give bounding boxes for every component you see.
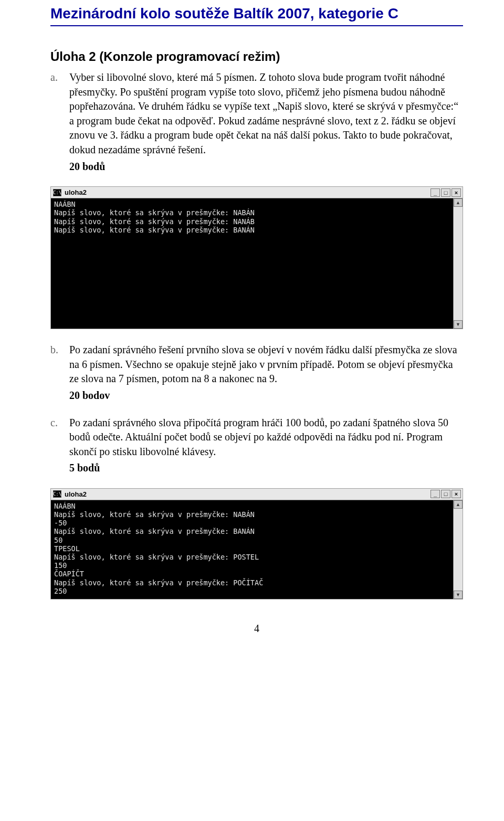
scroll-up-button[interactable]: ▲	[454, 500, 463, 509]
item-letter: c.	[50, 416, 69, 478]
close-button[interactable]: ×	[452, 490, 461, 498]
console-body: NAÁBN Napíš slovo, ktoré sa skrýva v pre…	[51, 198, 463, 329]
item-text: Po zadaní správného řešení prvního slova…	[69, 343, 463, 386]
console-body: NAÁBN Napíš slovo, ktoré sa skrýva v pre…	[51, 500, 463, 599]
task-item-a: a. Vyber si libovolné slovo, které má 5 …	[50, 70, 463, 176]
item-points: 5 bodů	[69, 461, 463, 476]
console-titlebar: C:\ uloha2 _ □ ×	[51, 489, 463, 500]
item-points: 20 bodov	[69, 388, 463, 403]
item-letter: b.	[50, 343, 69, 405]
console-window-1: C:\ uloha2 _ □ × NAÁBN Napíš slovo, ktor…	[50, 186, 463, 329]
scroll-track[interactable]	[454, 207, 463, 320]
item-body: Vyber si libovolné slovo, které má 5 pís…	[69, 70, 463, 176]
console-output: NAÁBN Napíš slovo, ktoré sa skrýva v pre…	[51, 198, 453, 329]
document-page: Mezinárodní kolo soutěže Baltík 2007, ka…	[0, 0, 504, 656]
item-text: Po zadaní správného slova připočítá prog…	[69, 416, 463, 459]
item-points: 20 bodů	[69, 160, 463, 174]
console-output: NAÁBN Napíš slovo, ktoré sa skrýva v pre…	[51, 500, 453, 599]
page-number: 4	[50, 623, 463, 635]
page-header-title: Mezinárodní kolo soutěže Baltík 2007, ka…	[50, 5, 463, 26]
scroll-up-button[interactable]: ▲	[454, 198, 463, 207]
minimize-button[interactable]: _	[430, 490, 440, 498]
item-text: Vyber si libovolné slovo, které má 5 pís…	[69, 70, 463, 157]
scrollbar[interactable]: ▲ ▼	[453, 500, 463, 599]
scroll-down-button[interactable]: ▼	[454, 320, 463, 329]
scroll-track[interactable]	[454, 509, 463, 591]
item-body: Po zadaní správného slova připočítá prog…	[69, 416, 463, 478]
item-letter: a.	[50, 70, 69, 176]
console-title: uloha2	[65, 188, 427, 196]
console-icon: C:\	[53, 189, 61, 196]
close-button[interactable]: ×	[452, 188, 461, 197]
task-item-c: c. Po zadaní správného slova připočítá p…	[50, 416, 463, 478]
scrollbar[interactable]: ▲ ▼	[453, 198, 463, 329]
item-body: Po zadaní správného řešení prvního slova…	[69, 343, 463, 405]
console-window-2: C:\ uloha2 _ □ × NAÁBN Napíš slovo, ktor…	[50, 488, 463, 599]
task-heading: Úloha 2 (Konzole programovací režim)	[50, 49, 463, 64]
window-buttons: _ □ ×	[430, 188, 461, 197]
task-item-b: b. Po zadaní správného řešení prvního sl…	[50, 343, 463, 405]
console-icon: C:\	[53, 490, 61, 498]
window-buttons: _ □ ×	[430, 490, 461, 498]
maximize-button[interactable]: □	[441, 188, 450, 197]
console-title: uloha2	[65, 490, 427, 498]
maximize-button[interactable]: □	[441, 490, 450, 498]
console-titlebar: C:\ uloha2 _ □ ×	[51, 187, 463, 198]
minimize-button[interactable]: _	[430, 188, 440, 197]
scroll-down-button[interactable]: ▼	[454, 591, 463, 599]
